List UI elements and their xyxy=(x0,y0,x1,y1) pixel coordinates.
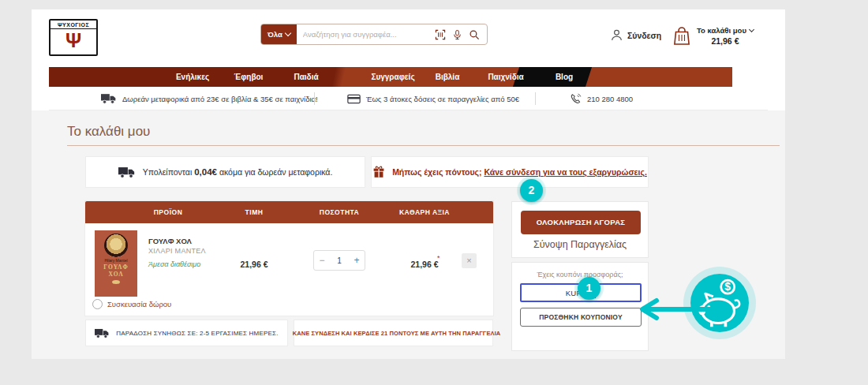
cart-table: ΠΡΟΪΟΝ ΤΙΜΗ ΠΟΣΟΤΗΤΑ ΚΑΘΑΡΗ ΑΞΙΑ Hilary … xyxy=(85,201,493,316)
quantity-stepper: 1 xyxy=(313,250,365,271)
person-icon xyxy=(610,28,623,42)
phone-icon xyxy=(570,93,582,105)
microphone-icon[interactable] xyxy=(452,29,462,40)
nav-item-adults[interactable]: Ενήλικες xyxy=(176,67,209,87)
cart-dropdown[interactable]: Το καλάθι μου 21,96 € xyxy=(672,25,754,47)
info-phone: 210 280 4800 xyxy=(570,87,633,110)
cart-texts: Το καλάθι μου 21,96 € xyxy=(697,26,754,46)
gift-wrap-label: Συσκευασία δώρου xyxy=(107,300,171,308)
cart-label: Το καλάθι μου xyxy=(697,26,746,35)
points-notice-text: Μήπως έχεις πόντους; xyxy=(392,167,481,177)
search-input[interactable] xyxy=(297,24,435,44)
cart-table-header: ΠΡΟΪΟΝ ΤΙΜΗ ΠΟΣΟΤΗΤΑ ΚΑΘΑΡΗ ΑΞΙΑ xyxy=(85,201,493,223)
delivery-note-bar: ΠΑΡΑΔΟΣΗ ΣΥΝΗΘΩΣ ΣΕ: 2-5 ΕΡΓΑΣΙΜΕΣ ΗΜΕΡΕ… xyxy=(85,320,288,346)
truck-icon xyxy=(101,93,117,104)
order-summary-card: ΟΛΟΚΛΗΡΩΣΗ ΑΓΟΡΑΣ Σύνοψη Παραγγελίας xyxy=(511,201,649,258)
gift-icon xyxy=(372,166,385,178)
free-shipping-notice: Υπολείπονται 0,04€ ακόμα για δωρεάν μετα… xyxy=(85,156,365,188)
site-logo[interactable]: ΨΥΧΟΓΙΟΣ Ψ xyxy=(49,19,98,56)
points-earn-text: ΚΑΝΕ ΣΥΝΔΕΣΗ ΚΑΙ ΚΕΡΔΙΣΕ 21 ΠΟΝΤΟΥΣ ΜΕ Α… xyxy=(293,330,501,337)
checkout-button[interactable]: ΟΛΟΚΛΗΡΩΣΗ ΑΓΟΡΑΣ xyxy=(521,211,641,234)
book-cover-rose-art xyxy=(104,234,128,257)
signin-button[interactable]: Σύνδεση xyxy=(610,28,661,42)
logo-text: ΨΥΧΟΓΙΟΣ xyxy=(51,21,96,29)
main-nav: Ενήλικες Έφηβοι Παιδιά Συγγραφείς Βιβλία… xyxy=(49,67,732,87)
info-phone-number: 210 280 4800 xyxy=(587,95,633,103)
availability-status: Άμεσα διαθέσιμο xyxy=(148,260,200,268)
coupon-card: Έχεις κουπόνι προσφοράς; KUPLIO ΠΡΟΣΘΗΚΗ… xyxy=(511,262,649,351)
points-earn-bar: ΚΑΝΕ ΣΥΝΔΕΣΗ ΚΑΙ ΚΕΡΔΙΣΕ 21 ΠΟΝΤΟΥΣ ΜΕ Α… xyxy=(294,320,493,346)
nav-item-books[interactable]: Βιβλία xyxy=(436,67,460,87)
info-installments-text: Έως 3 άτοκες δόσεις σε παραγγελίες από 5… xyxy=(366,95,519,103)
column-product: ΠΡΟΪΟΝ xyxy=(154,201,183,223)
remove-item-button[interactable] xyxy=(462,253,477,268)
dollar-coin-glyph: $ xyxy=(724,280,731,293)
divider xyxy=(67,145,780,146)
search-category-dropdown[interactable]: Όλα xyxy=(261,24,297,44)
nav-item-kids[interactable]: Παιδιά xyxy=(294,67,318,87)
radio-circle-icon[interactable] xyxy=(92,299,103,309)
credit-card-icon xyxy=(347,94,361,104)
page-background: ΨΥΧΟΓΙΟΣ Ψ Όλα Σύνδεση Το καλάθι μου xyxy=(0,0,868,385)
search-category-label: Όλα xyxy=(268,30,282,39)
chevron-down-icon xyxy=(285,30,291,36)
product-net-value: 21,96 € xyxy=(410,260,438,269)
cart-total: 21,96 € xyxy=(697,36,754,46)
book-cover-title-line2: ΧΟΛ xyxy=(95,271,137,278)
logo-psi-glyph: Ψ xyxy=(51,29,96,51)
decrease-quantity-button[interactable] xyxy=(314,255,330,266)
nav-item-toys[interactable]: Παιχνίδια xyxy=(488,67,523,87)
shipping-remaining-amount: 0,04€ xyxy=(194,167,217,177)
shipping-notice-prefix: Υπολείπονται xyxy=(143,167,193,177)
column-quantity: ΠΟΣΟΤΗΤΑ xyxy=(320,201,360,223)
points-signin-link[interactable]: Κάνε σύνδεση για να τους εξαργυρώσεις. xyxy=(484,167,646,177)
divider xyxy=(535,92,536,105)
product-title[interactable]: ΓΟΥΛΦ ΧΟΛ xyxy=(148,237,192,245)
annotation-badge-1: 1 xyxy=(578,277,600,300)
book-cover-title-line1: ΓΟΥΛΦ xyxy=(95,264,137,271)
signin-label: Σύνδεση xyxy=(627,31,661,40)
book-cover-author: Hilary Mantel xyxy=(95,258,137,264)
nav-item-authors[interactable]: Συγγραφείς xyxy=(371,67,414,87)
product-author: ΧΙΛΑΡΙ ΜΑΝΤΕΛ xyxy=(148,247,206,255)
quantity-value[interactable]: 1 xyxy=(330,256,349,265)
cart-row: Hilary Mantel ΓΟΥΛΦ ΧΟΛ ΓΟΥΛΦ ΧΟΛ ΧΙΛΑΡΙ… xyxy=(85,223,493,316)
product-price: 21,96 € xyxy=(240,260,268,269)
shipping-notice-suffix: ακόμα για δωρεάν μεταφορικά. xyxy=(219,167,332,177)
nav-item-teens[interactable]: Έφηβοι xyxy=(234,67,264,87)
info-shipping-text: Δωρεάν μεταφορικά από 23€ σε βιβλία & 35… xyxy=(122,95,318,103)
truck-icon xyxy=(95,328,110,338)
points-notice: Μήπως έχεις πόντους; Κάνε σύνδεση για να… xyxy=(371,156,649,188)
delivery-note-text: ΠΑΡΑΔΟΣΗ ΣΥΝΗΘΩΣ ΣΕ: 2-5 ΕΡΓΑΣΙΜΕΣ ΗΜΕΡΕ… xyxy=(116,330,278,337)
info-free-shipping: Δωρεάν μεταφορικά από 23€ σε βιβλία & 35… xyxy=(101,87,318,110)
truck-icon xyxy=(118,166,136,178)
search-icon[interactable] xyxy=(469,29,480,40)
column-price: ΤΙΜΗ xyxy=(245,201,264,223)
add-coupon-button[interactable]: ΠΡΟΣΘΗΚΗ ΚΟΥΠΟΝΙΟΥ xyxy=(520,308,642,327)
book-cover[interactable]: Hilary Mantel ΓΟΥΛΦ ΧΟΛ xyxy=(95,230,137,297)
nav-blog-highlight xyxy=(513,67,592,87)
chevron-down-icon xyxy=(749,27,754,32)
info-bar: Δωρεάν μεταφορικά από 23€ σε βιβλία & 35… xyxy=(49,87,768,110)
annotation-badge-2: 2 xyxy=(520,179,543,202)
info-installments: Έως 3 άτοκες δόσεις σε παραγγελίες από 5… xyxy=(347,87,519,110)
book-cover-publisher-mark xyxy=(112,280,120,284)
gift-wrap-option[interactable]: Συσκευασία δώρου xyxy=(92,299,171,309)
annotation-arrow xyxy=(636,297,723,324)
asterisk-marker xyxy=(437,254,440,262)
column-net: ΚΑΘΑΡΗ ΑΞΙΑ xyxy=(399,201,450,223)
search-bar: Όλα xyxy=(260,24,488,45)
shopping-bag-icon xyxy=(672,25,691,47)
coupon-question: Έχεις κουπόνι προσφοράς; xyxy=(512,271,648,278)
divider xyxy=(314,92,315,105)
nav-item-blog[interactable]: Blog xyxy=(556,67,573,87)
order-summary-title: Σύνοψη Παραγγελίας xyxy=(512,239,648,250)
page-title: Το καλάθι μου xyxy=(67,124,150,140)
search-icons xyxy=(435,24,487,44)
increase-quantity-button[interactable] xyxy=(349,255,365,266)
scan-icon[interactable] xyxy=(435,29,446,40)
